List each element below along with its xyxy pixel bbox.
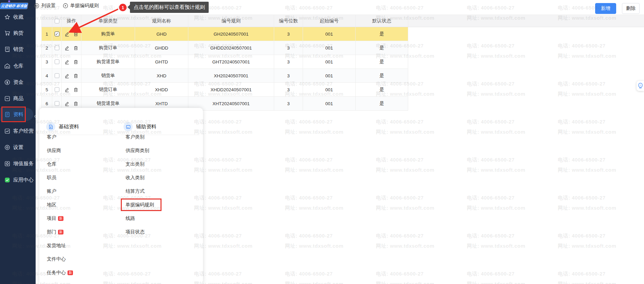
menu-item-account[interactable]: 账户 [47, 185, 73, 198]
column-settings-label: 列设置 [41, 3, 56, 9]
cell-default: 是 [356, 83, 408, 96]
menu-item-department[interactable]: 部门新 [47, 225, 73, 239]
sidebar-item-label: 收藏 [13, 14, 23, 20]
cell-rule-name: GHD [135, 27, 188, 41]
menu-item-label: 文件中心 [47, 256, 66, 262]
cell-digits: 3 [274, 97, 303, 110]
sidebar-item-purchase[interactable]: 购货 [0, 27, 36, 39]
coding-rules-table: 操作 单据类型 规则名称 编号规则 编号位数 起始编号 默认状态 1 ✓ 购货单… [41, 15, 408, 111]
column-settings-button[interactable]: 列设置 [34, 3, 56, 9]
sidebar-item-data[interactable]: 资料 [0, 109, 36, 120]
section-basic-data: 基础资料 [46, 122, 79, 131]
cell-digits: 3 [274, 69, 303, 82]
row-index: 4 [41, 69, 52, 82]
menu-item-supplier[interactable]: 供应商 [47, 144, 73, 157]
menu-item-project-status[interactable]: 项目状态 [126, 225, 154, 239]
delete-trash-icon[interactable] [73, 73, 79, 79]
add-button[interactable]: 新增 [595, 3, 616, 14]
sidebar-item-favorites[interactable]: 收藏 [0, 11, 36, 23]
sidebar-item-label: 仓库 [13, 63, 23, 69]
menu-item-region[interactable]: 地区 [47, 198, 73, 212]
cell-rule: GHDD20240507001 [188, 41, 274, 55]
app-logo: 云进销存·标准版 [0, 3, 28, 9]
menu-item-customer-category[interactable]: 客户类别 [126, 130, 154, 144]
menu-item-project[interactable]: 项目新 [47, 212, 73, 225]
row-checkbox[interactable] [55, 73, 59, 78]
cell-default: 是 [356, 97, 408, 110]
menu-item-coding-rules[interactable]: 单据编码规则 [126, 198, 154, 212]
edit-pencil-icon[interactable] [64, 59, 70, 65]
sidebar-item-label: 销货 [13, 46, 23, 53]
menu-item-label: 客户类别 [126, 134, 145, 140]
cell-doc-type: 销货订单 [81, 83, 135, 96]
row-checkbox[interactable] [55, 101, 59, 106]
edit-pencil-icon[interactable] [64, 87, 70, 93]
sidebar-item-goods[interactable]: 商品 [0, 93, 36, 104]
menu-item-file-center[interactable]: 文件中心 [47, 252, 73, 266]
delete-trash-icon[interactable] [73, 101, 79, 107]
cell-start: 001 [303, 69, 356, 82]
menu-item-label: 任务中心 [47, 270, 66, 276]
cell-digits: 3 [274, 55, 303, 69]
app-center-icon [4, 177, 10, 183]
yen-coin-icon [4, 79, 10, 85]
new-badge: 新 [68, 270, 73, 275]
row-checkbox[interactable] [55, 87, 59, 92]
menu-item-customer[interactable]: 客户 [47, 130, 73, 144]
cell-rule-name: GHTD [135, 55, 188, 69]
new-badge: 新 [58, 216, 63, 221]
menu-item-settlement-method[interactable]: 结算方式 [126, 185, 154, 198]
table-header-row: 操作 单据类型 规则名称 编号规则 编号位数 起始编号 默认状态 [41, 15, 408, 27]
logo-dot [8, 0, 10, 2]
delete-trash-icon[interactable] [73, 45, 79, 51]
menu-item-label: 项目状态 [126, 229, 145, 235]
menu-item-route[interactable]: 线路 [126, 212, 154, 225]
select-all-checkbox[interactable] [55, 19, 59, 23]
row-index: 5 [41, 83, 52, 96]
row-checkbox[interactable] [55, 59, 59, 64]
collapse-chevron-icon[interactable]: ‹ [34, 112, 36, 120]
delete-trash-icon[interactable] [73, 87, 79, 93]
edit-pencil-icon[interactable] [64, 45, 70, 51]
cell-start: 001 [303, 97, 356, 110]
delete-trash-icon[interactable] [73, 59, 79, 65]
sidebar-item-label: 客户经营 [13, 128, 34, 134]
cell-doc-type: 购货单 [81, 27, 135, 41]
delete-button[interactable]: 删除 [622, 3, 640, 14]
document-icon [4, 112, 10, 117]
menu-item-task-center[interactable]: 任务中心新 [47, 266, 73, 280]
edit-pencil-icon[interactable] [64, 73, 70, 79]
table-row: 4 销货单 XHD XH20240507001 3 001 是 [41, 69, 408, 83]
menu-item-supplier-category[interactable]: 供应商类别 [126, 144, 154, 157]
menu-item-income-category[interactable]: 收入类别 [126, 171, 154, 185]
sidebar-item-customer-mgmt[interactable]: 客户经营 [0, 125, 36, 137]
assistant-float-button[interactable] [637, 81, 644, 91]
cell-digits: 3 [274, 41, 303, 55]
menu-item-warehouse[interactable]: 仓库 [47, 157, 73, 171]
cell-start: 001 [303, 27, 356, 41]
table-row: 1 ✓ 购货单 GHD GH20240507001 3 001 是 [41, 27, 408, 41]
sidebar-item-warehouse[interactable]: 仓库 [0, 60, 36, 72]
menu-item-staff[interactable]: 职员 [47, 171, 73, 185]
sidebar-item-settings[interactable]: 设置 [0, 141, 36, 153]
row-checkbox[interactable] [55, 45, 59, 50]
sidebar-item-funds[interactable]: 资金 [0, 76, 36, 88]
edit-pencil-icon[interactable] [64, 101, 70, 107]
cell-default: 是 [356, 55, 408, 69]
cell-rule: GHT20240507001 [188, 55, 274, 69]
menu-item-expense-category[interactable]: 支出类别 [126, 157, 154, 171]
gear-icon [4, 145, 10, 150]
coding-rules-button[interactable]: 单据编码规则 [63, 3, 99, 9]
sidebar-item-app-center[interactable]: 应用中心 [0, 174, 36, 186]
sidebar-item-value-added[interactable]: 增值服务 [0, 158, 36, 169]
menu-item-shipping-address[interactable]: 发货地址 [47, 239, 73, 252]
delete-trash-icon[interactable] [73, 31, 79, 37]
header-default: 默认状态 [356, 15, 408, 27]
row-checkbox[interactable]: ✓ [55, 32, 59, 36]
aux-data-menu: 客户类别 供应商类别 支出类别 收入类别 结算方式 单据编码规则 线路 项目状态 [126, 130, 154, 239]
edit-pencil-icon[interactable] [64, 31, 70, 37]
assistant-robot-icon [638, 82, 643, 89]
sidebar-item-sales[interactable]: 销货 [0, 43, 36, 55]
header-rule-name: 规则名称 [135, 15, 188, 27]
cell-doc-type: 购货订单 [81, 41, 135, 55]
